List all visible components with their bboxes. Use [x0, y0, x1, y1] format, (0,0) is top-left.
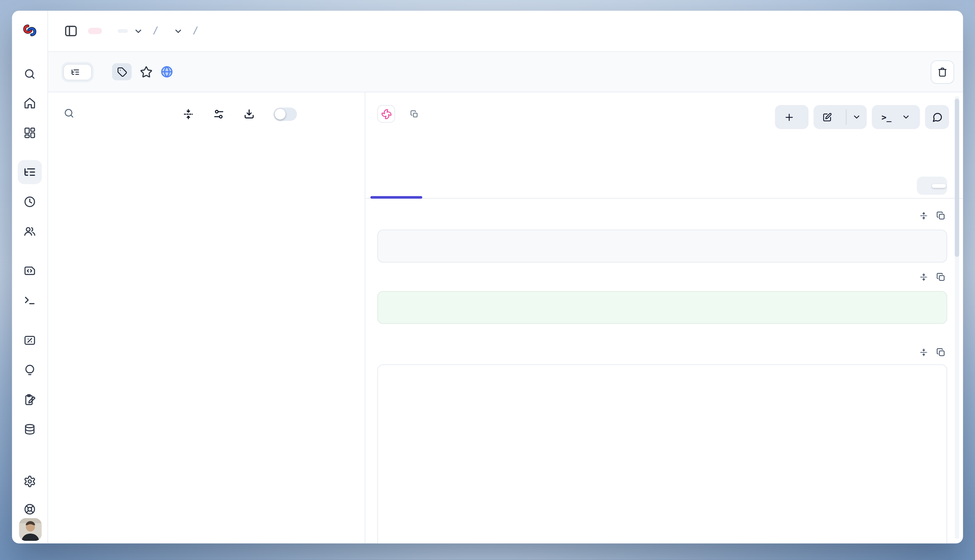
tree-settings-button[interactable] [213, 108, 225, 120]
tags-button[interactable] [112, 63, 132, 80]
tabs-divider [365, 198, 963, 198]
sidebar-prompts-icon[interactable] [23, 264, 36, 277]
comments-button[interactable] [925, 105, 949, 129]
sidebar-annotation-icon[interactable] [23, 393, 36, 406]
globe-icon [160, 65, 174, 78]
generation-icon [377, 105, 395, 123]
tree-search-input[interactable] [82, 107, 158, 119]
annotate-button[interactable] [814, 105, 846, 129]
collapse-section-icon[interactable] [919, 273, 928, 284]
copy-section-icon[interactable] [937, 273, 945, 284]
view-json-option[interactable] [932, 184, 946, 188]
annotate-split-button [814, 105, 867, 129]
sidebar-support-icon[interactable] [23, 503, 36, 516]
view-mode-toggle [917, 177, 947, 195]
annotate-dropdown-chevron[interactable] [847, 105, 867, 129]
org-switcher-chevron-icon[interactable] [134, 26, 143, 36]
breadcrumb-separator: / [151, 25, 159, 37]
tag-icon [117, 67, 127, 77]
collapse-section-icon[interactable] [919, 212, 928, 223]
sidebar-settings-icon[interactable] [23, 475, 36, 488]
search-icon [63, 107, 75, 119]
scrollbar-thumb[interactable] [955, 98, 959, 257]
sidebar-users-icon[interactable] [23, 225, 36, 238]
environment-badge[interactable] [88, 28, 102, 34]
chevron-down-icon [901, 113, 910, 122]
input-value-box [377, 230, 947, 262]
output-value-box [377, 291, 947, 324]
project-switcher-chevron-icon[interactable] [173, 26, 183, 36]
terminal-icon: >_ [881, 112, 891, 122]
sidebar-scores-icon[interactable] [23, 334, 36, 347]
active-tab-indicator [371, 196, 422, 198]
bookmark-star-button[interactable] [140, 65, 153, 78]
trace-title-bar [48, 51, 963, 92]
org-logo[interactable] [22, 22, 38, 41]
app-window: / / [12, 11, 963, 543]
sidebar-tracing-icon[interactable] [18, 160, 42, 184]
org-plan-badge [118, 29, 128, 33]
copy-id-button[interactable] [410, 110, 421, 118]
copy-icon [410, 110, 418, 118]
plus-icon [785, 112, 794, 122]
metadata-json-viewer [377, 365, 947, 543]
trace-tree-panel [48, 92, 365, 543]
trace-type-chip [63, 63, 92, 80]
copy-section-icon[interactable] [937, 212, 945, 223]
list-tree-icon [71, 68, 80, 77]
pen-square-icon [823, 112, 832, 122]
collapse-all-button[interactable] [182, 108, 194, 120]
sidebar-rail [12, 11, 48, 543]
sidebar-search-icon[interactable] [23, 68, 36, 80]
sidebar-sessions-icon[interactable] [23, 195, 36, 208]
download-button[interactable] [243, 108, 255, 120]
sidebar-dashboards-icon[interactable] [23, 127, 36, 139]
sidebar-home-icon[interactable] [23, 97, 36, 109]
sidebar-datasets-icon[interactable] [23, 423, 36, 436]
timeline-toggle[interactable] [273, 107, 297, 121]
star-icon [140, 65, 153, 78]
public-share-button[interactable] [160, 65, 174, 78]
breadcrumb-separator: / [191, 25, 199, 37]
playground-button[interactable]: >_ [872, 105, 920, 129]
chevron-down-icon [852, 113, 861, 122]
sidebar-toggle-icon[interactable] [63, 23, 79, 38]
delete-trace-button[interactable] [931, 60, 954, 84]
sidebar-playground-icon[interactable] [23, 294, 36, 307]
observation-detail-panel: >_ [365, 92, 963, 543]
user-avatar[interactable] [19, 518, 42, 541]
add-to-datasets-button[interactable] [775, 105, 809, 129]
copy-section-icon[interactable] [937, 348, 945, 359]
tree-connector-lines [48, 92, 365, 543]
trash-icon [937, 67, 948, 77]
collapse-section-icon[interactable] [919, 348, 928, 359]
chat-bubble-icon [932, 112, 943, 123]
breadcrumb: / / [48, 11, 963, 51]
sidebar-evaluators-icon[interactable] [23, 364, 36, 377]
